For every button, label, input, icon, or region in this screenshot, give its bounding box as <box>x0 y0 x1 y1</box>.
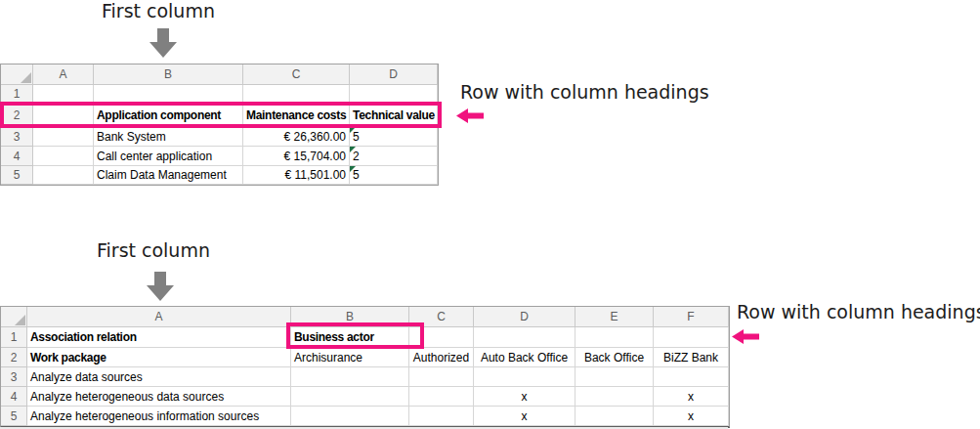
cell-text: Archisurance <box>294 351 362 365</box>
cell-text: Bank System <box>97 130 166 144</box>
cell-text: Analyze heterogeneous data sources <box>30 390 224 404</box>
cell-D5[interactable]: 5 <box>350 166 438 185</box>
column-header-E[interactable]: E <box>575 307 654 327</box>
column-header-F[interactable]: F <box>654 307 729 327</box>
cell-B3[interactable] <box>291 367 409 387</box>
column-header-A[interactable]: A <box>27 307 291 327</box>
cell-A5[interactable]: Analyze heterogeneous information source… <box>27 407 291 426</box>
select-all-triangle-icon <box>21 72 31 83</box>
row-header-2[interactable]: 2 <box>1 348 27 367</box>
left-arrow-icon-bottom <box>732 329 759 344</box>
cell-text: BiZZ Bank <box>663 351 718 365</box>
column-header-A[interactable]: A <box>33 64 94 85</box>
select-all-corner[interactable] <box>1 64 33 85</box>
cell-text: Authorized <box>413 351 469 365</box>
cell-text: Call center application <box>97 150 212 163</box>
cell-D4[interactable]: 2 <box>350 147 438 166</box>
column-header-B[interactable]: B <box>94 64 243 85</box>
cell-B4[interactable] <box>291 387 409 407</box>
cell-E2[interactable]: Back Office <box>575 348 654 367</box>
select-all-triangle-icon <box>15 315 25 325</box>
cell-E4[interactable] <box>575 387 654 407</box>
row-header-1[interactable]: 1 <box>1 327 27 348</box>
cell-C3[interactable] <box>409 367 474 387</box>
cell-B3[interactable]: Bank System <box>94 127 243 147</box>
cell-E5[interactable] <box>575 407 654 426</box>
cell-D2[interactable]: Auto Back Office <box>474 348 575 367</box>
cell-B4[interactable]: Call center application <box>94 147 243 166</box>
cell-F5[interactable]: x <box>654 407 729 426</box>
cell-D1[interactable] <box>474 327 575 348</box>
cell-text: Analyze data sources <box>30 370 143 384</box>
cell-A2[interactable]: Work package <box>27 348 291 367</box>
cell-text: 5 <box>353 130 360 144</box>
row-header-4[interactable]: 4 <box>1 147 33 166</box>
cell-D4[interactable]: x <box>474 387 575 407</box>
cell-text: 2 <box>353 150 360 163</box>
cell-text: Work package <box>30 351 107 365</box>
row-header-5[interactable]: 5 <box>1 407 27 426</box>
cell-A3[interactable] <box>33 127 94 147</box>
cell-F2[interactable]: BiZZ Bank <box>654 348 729 367</box>
cell-text: x <box>522 409 528 423</box>
cell-text: € 11,501.00 <box>284 168 346 182</box>
cell-A5[interactable] <box>33 166 94 185</box>
cell-A4[interactable]: Analyze heterogeneous data sources <box>27 387 291 407</box>
cell-C3[interactable]: € 26,360.00 <box>243 127 350 147</box>
cell-C5[interactable]: € 11,501.00 <box>243 166 350 185</box>
cell-F1[interactable] <box>654 327 729 348</box>
select-all-corner[interactable] <box>1 307 27 327</box>
row-headings-label-bottom: Row with column headings <box>737 301 980 322</box>
row-2-highlight-box <box>0 102 442 128</box>
cell-text: x <box>688 409 694 423</box>
cell-C4[interactable] <box>409 387 474 407</box>
column-header-D[interactable]: D <box>474 307 575 327</box>
cell-text: Association relation <box>30 330 137 344</box>
cell-text: Auto Back Office <box>481 351 568 365</box>
cell-text: Claim Data Management <box>97 168 227 182</box>
cell-D3[interactable]: 5 <box>350 127 438 147</box>
cell-B2[interactable]: Archisurance <box>291 348 409 367</box>
left-arrow-icon-top <box>456 108 484 123</box>
cell-D5[interactable]: x <box>474 407 575 426</box>
cell-text: € 26,360.00 <box>284 130 346 144</box>
cell-E3[interactable] <box>575 367 654 387</box>
first-column-label-bottom: First column <box>97 239 210 261</box>
down-arrow-icon-bottom <box>147 272 174 301</box>
down-arrow-icon-top <box>149 28 177 58</box>
cell-text: Analyze heterogeneous information source… <box>30 409 259 423</box>
cell-B5[interactable] <box>291 407 409 426</box>
row-header-3[interactable]: 3 <box>1 127 33 147</box>
cell-text: x <box>522 390 528 404</box>
column-header-C[interactable]: C <box>243 64 350 85</box>
cell-text: € 15,704.00 <box>284 150 346 163</box>
cell-F3[interactable] <box>654 367 729 387</box>
column-header-D[interactable]: D <box>350 64 438 85</box>
cell-A3[interactable]: Analyze data sources <box>27 367 291 387</box>
cell-text: 5 <box>353 168 360 182</box>
row-header-5[interactable]: 5 <box>1 166 33 185</box>
row-headings-label-top: Row with column headings <box>460 81 709 103</box>
cell-C4[interactable]: € 15,704.00 <box>243 147 350 166</box>
cell-E1[interactable] <box>575 327 654 348</box>
first-column-label-top: First column <box>102 0 215 21</box>
cell-text: x <box>688 390 694 404</box>
tutorial-image-canvas: First column ABCD12Application component… <box>0 0 980 429</box>
cell-C2[interactable]: Authorized <box>409 348 474 367</box>
cell-C5[interactable] <box>409 407 474 426</box>
cell-D3[interactable] <box>474 367 575 387</box>
cell-A4[interactable] <box>33 147 94 166</box>
cell-text: Back Office <box>584 351 644 365</box>
row-header-4[interactable]: 4 <box>1 387 27 407</box>
cell-F4[interactable]: x <box>654 387 729 407</box>
cell-A1[interactable]: Association relation <box>27 327 291 348</box>
cell-B5[interactable]: Claim Data Management <box>94 166 243 185</box>
row-header-3[interactable]: 3 <box>1 367 27 387</box>
business-actor-highlight-box <box>286 322 424 349</box>
